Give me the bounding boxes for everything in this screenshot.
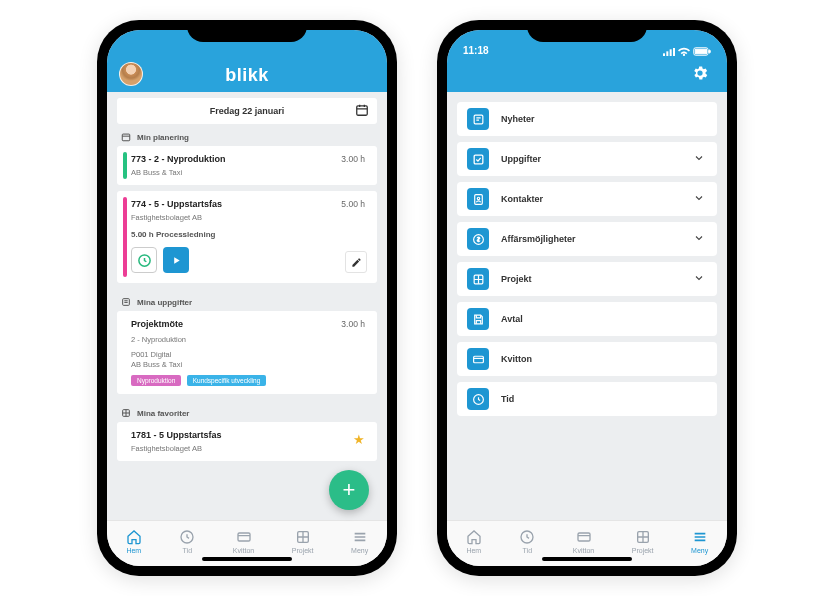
menu-item-label: Kontakter xyxy=(501,194,543,204)
date-row[interactable]: Fredag 22 januari xyxy=(117,98,377,124)
section-header-favorites: Mina favoriter xyxy=(107,400,387,422)
signal-icon xyxy=(663,48,675,56)
menu-item-label: Affärsmöjligheter xyxy=(501,234,576,244)
plan-subtitle: AB Buss & Taxi xyxy=(131,168,367,177)
chevron-down-icon xyxy=(693,192,705,204)
chevron-down-icon xyxy=(693,272,705,284)
svg-rect-24 xyxy=(578,533,590,541)
battery-icon xyxy=(693,47,711,56)
svg-rect-1 xyxy=(122,134,130,141)
play-button[interactable] xyxy=(163,247,189,273)
grid-icon xyxy=(467,268,489,290)
plan-card[interactable]: 773 - 2 - Nyproduktion AB Buss & Taxi 3.… xyxy=(117,146,377,185)
clock-icon xyxy=(137,253,152,268)
menu-item-contacts[interactable]: Kontakter xyxy=(457,182,717,216)
star-icon[interactable]: ★ xyxy=(353,432,365,447)
tab-kvitton[interactable]: Kvitton xyxy=(233,529,254,554)
gear-icon xyxy=(691,64,709,82)
menu-item-label: Kvitton xyxy=(501,354,532,364)
task-tags: Nyproduktion Kundspecifik utveckling xyxy=(131,369,367,386)
menu-list: NyheterUppgifterKontakterAffärsmöjlighet… xyxy=(447,92,727,426)
accent-bar xyxy=(123,197,127,277)
home-scroll: Fredag 22 januari Min planering 773 - 2 … xyxy=(107,92,387,520)
tab-label: Meny xyxy=(691,547,708,554)
svg-rect-21 xyxy=(473,356,483,363)
expand-toggle[interactable] xyxy=(693,232,705,246)
favorite-card[interactable]: 1781 - 5 Uppstartsfas Fastighetsbolaget … xyxy=(117,422,377,461)
plan-subtitle: Fastighetsbolaget AB xyxy=(131,213,367,222)
svg-rect-8 xyxy=(663,53,665,56)
task-line: P001 Digital xyxy=(131,350,367,359)
contacts-icon xyxy=(467,188,489,210)
pencil-icon xyxy=(351,257,362,268)
brand-label: blikk xyxy=(225,65,269,86)
tab-tid[interactable]: Tid xyxy=(179,529,195,554)
accent-bar xyxy=(123,152,127,179)
chevron-down-icon xyxy=(693,232,705,244)
calendar-small-icon xyxy=(121,132,131,142)
menu-item-dollar[interactable]: Affärsmöjligheter xyxy=(457,222,717,256)
phone-left: blikk Fredag 22 januari Min planering 77… xyxy=(97,20,397,576)
menu-item-clock[interactable]: Tid xyxy=(457,382,717,416)
tag: Nyproduktion xyxy=(131,375,181,386)
tab-kvitton[interactable]: Kvitton xyxy=(573,529,594,554)
menu-item-label: Avtal xyxy=(501,314,523,324)
tab-projekt[interactable]: Projekt xyxy=(292,529,314,554)
app-header: blikk xyxy=(107,58,387,92)
tab-meny[interactable]: Meny xyxy=(351,529,368,554)
play-icon xyxy=(171,255,182,266)
task-title: Projektmöte xyxy=(131,319,367,329)
task-card[interactable]: Projektmöte 3.00 h 2 - Nyproduktion P001… xyxy=(117,311,377,394)
card-icon xyxy=(576,529,592,545)
fav-title: 1781 - 5 Uppstartsfas xyxy=(131,430,367,440)
tab-projekt[interactable]: Projekt xyxy=(632,529,654,554)
expand-toggle[interactable] xyxy=(693,152,705,166)
edit-button[interactable] xyxy=(345,251,367,273)
svg-rect-6 xyxy=(238,533,250,541)
menu-icon xyxy=(692,529,708,545)
tab-tid[interactable]: Tid xyxy=(519,529,535,554)
section-header-tasks: Mina uppgifter xyxy=(107,289,387,311)
menu-item-check[interactable]: Uppgifter xyxy=(457,142,717,176)
menu-item-save[interactable]: Avtal xyxy=(457,302,717,336)
svg-rect-9 xyxy=(666,51,668,56)
menu-icon xyxy=(352,529,368,545)
tab-label: Tid xyxy=(183,547,192,554)
notch xyxy=(527,20,647,42)
tab-hem[interactable]: Hem xyxy=(466,529,482,554)
screen-right: 11:18 NyheterUppgifterKontakterAffärsmöj… xyxy=(447,30,727,566)
menu-item-grid[interactable]: Projekt xyxy=(457,262,717,296)
check-icon xyxy=(467,148,489,170)
calendar-icon[interactable] xyxy=(355,103,369,119)
screen-left: blikk Fredag 22 januari Min planering 77… xyxy=(107,30,387,566)
menu-item-news[interactable]: Nyheter xyxy=(457,102,717,136)
menu-scroll: NyheterUppgifterKontakterAffärsmöjlighet… xyxy=(447,92,727,520)
clock-icon xyxy=(179,529,195,545)
plus-icon: + xyxy=(343,477,356,503)
home-icon xyxy=(126,529,142,545)
save-icon xyxy=(467,308,489,330)
section-header-label: Mina uppgifter xyxy=(137,298,192,307)
card-icon xyxy=(467,348,489,370)
expand-toggle[interactable] xyxy=(693,272,705,286)
task-line: 2 - Nyproduktion xyxy=(131,335,367,344)
status-time: 11:18 xyxy=(463,45,489,56)
card-icon xyxy=(236,529,252,545)
plan-detail: 5.00 h Processledning xyxy=(131,230,367,239)
tab-label: Projekt xyxy=(632,547,654,554)
tab-meny[interactable]: Meny xyxy=(691,529,708,554)
plan-card[interactable]: 774 - 5 - Uppstartsfas Fastighetsbolaget… xyxy=(117,191,377,283)
tab-hem[interactable]: Hem xyxy=(126,529,142,554)
svg-rect-11 xyxy=(673,48,675,56)
tab-label: Meny xyxy=(351,547,368,554)
fab-add[interactable]: + xyxy=(329,470,369,510)
menu-item-card[interactable]: Kvitton xyxy=(457,342,717,376)
menu-item-label: Tid xyxy=(501,394,514,404)
tab-label: Hem xyxy=(466,547,481,554)
timer-button[interactable] xyxy=(131,247,157,273)
expand-toggle[interactable] xyxy=(693,192,705,206)
settings-button[interactable] xyxy=(691,64,713,86)
avatar[interactable] xyxy=(119,62,143,86)
notch xyxy=(187,20,307,42)
svg-point-18 xyxy=(477,197,479,199)
